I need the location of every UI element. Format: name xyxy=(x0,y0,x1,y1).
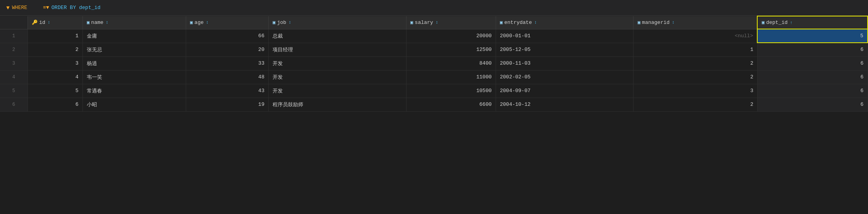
col-header-job[interactable]: ▣ job ↕ xyxy=(269,16,407,29)
data-table: 🔑 id ↕ ▣ name ↕ ▣ age ↕ xyxy=(0,16,868,112)
cell-deptid: 6 xyxy=(757,56,868,70)
cell-age: 33 xyxy=(186,56,268,70)
entrydate-sort-icon[interactable]: ↕ xyxy=(534,20,537,25)
job-sort-icon[interactable]: ↕ xyxy=(289,20,291,25)
cell-id: 3 xyxy=(27,56,82,70)
cell-age: 20 xyxy=(186,43,268,56)
row-number: 4 xyxy=(0,70,27,84)
cell-managerid: 2 xyxy=(634,70,758,84)
cell-name: 常遇春 xyxy=(82,84,186,98)
cell-deptid: 5 xyxy=(757,29,868,43)
name-col-icon: ▣ xyxy=(87,20,90,25)
cell-job: 开发 xyxy=(269,70,407,84)
col-header-rownum xyxy=(0,16,27,29)
cell-entrydate: 2004-09-07 xyxy=(496,84,634,98)
cell-salary: 6600 xyxy=(406,98,496,111)
cell-age: 66 xyxy=(186,29,268,43)
cell-deptid: 6 xyxy=(757,43,868,56)
cell-salary: 12500 xyxy=(406,43,496,56)
table-row[interactable]: 22张无忌20项目经理125002005-12-0516 xyxy=(0,43,868,56)
cell-name: 张无忌 xyxy=(82,43,186,56)
table-row[interactable]: 55常遇春43开发105002004-09-0736 xyxy=(0,84,868,98)
name-sort-icon[interactable]: ↕ xyxy=(106,20,108,25)
col-job-label: job xyxy=(277,20,286,25)
orderby-clause: ≡▼ ORDER BY dept_id xyxy=(43,5,100,11)
cell-name: 金庸 xyxy=(82,29,186,43)
cell-age: 48 xyxy=(186,70,268,84)
toolbar: ▼ WHERE ≡▼ ORDER BY dept_id xyxy=(0,0,868,16)
cell-id: 2 xyxy=(27,43,82,56)
age-sort-icon[interactable]: ↕ xyxy=(206,20,209,25)
salary-sort-icon[interactable]: ↕ xyxy=(436,20,438,25)
cell-job: 程序员鼓励师 xyxy=(269,98,407,111)
id-sort-icon[interactable]: ↕ xyxy=(48,20,50,25)
cell-deptid: 6 xyxy=(757,98,868,111)
where-keyword: WHERE xyxy=(12,5,27,11)
managerid-sort-icon[interactable]: ↕ xyxy=(672,20,675,25)
col-age-label: age xyxy=(194,20,203,25)
cell-age: 19 xyxy=(186,98,268,111)
col-entrydate-label: entrydate xyxy=(504,20,532,25)
table-row[interactable]: 44韦一笑48开发110002002-02-0526 xyxy=(0,70,868,84)
cell-entrydate: 2000-01-01 xyxy=(496,29,634,43)
col-header-entrydate[interactable]: ▣ entrydate ↕ xyxy=(496,16,634,29)
where-clause: ▼ WHERE xyxy=(6,5,27,11)
cell-managerid: 2 xyxy=(634,56,758,70)
cell-deptid: 6 xyxy=(757,84,868,98)
table-header-row: 🔑 id ↕ ▣ name ↕ ▣ age ↕ xyxy=(0,16,868,29)
job-col-icon: ▣ xyxy=(273,20,275,25)
cell-entrydate: 2004-10-12 xyxy=(496,98,634,111)
table-row[interactable]: 33杨逍33开发84002000-11-0326 xyxy=(0,56,868,70)
cell-salary: 11000 xyxy=(406,70,496,84)
cell-salary: 20000 xyxy=(406,29,496,43)
managerid-col-icon: ▣ xyxy=(637,20,640,25)
col-salary-label: salary xyxy=(415,20,433,25)
deptid-sort-icon[interactable]: ↑ xyxy=(790,20,793,25)
age-col-icon: ▣ xyxy=(190,20,193,25)
row-number: 2 xyxy=(0,43,27,56)
col-name-label: name xyxy=(91,20,103,25)
cell-deptid: 6 xyxy=(757,70,868,84)
cell-job: 项目经理 xyxy=(269,43,407,56)
cell-job: 开发 xyxy=(269,56,407,70)
cell-id: 1 xyxy=(27,29,82,43)
cell-managerid: <null> xyxy=(634,29,758,43)
row-number: 1 xyxy=(0,29,27,43)
id-col-icon: 🔑 xyxy=(32,20,38,25)
col-header-name[interactable]: ▣ name ↕ xyxy=(82,16,186,29)
row-number: 5 xyxy=(0,84,27,98)
table-row[interactable]: 66小昭19程序员鼓励师66002004-10-1226 xyxy=(0,98,868,111)
cell-managerid: 3 xyxy=(634,84,758,98)
table-container: 🔑 id ↕ ▣ name ↕ ▣ age ↕ xyxy=(0,16,868,214)
cell-salary: 8400 xyxy=(406,56,496,70)
filter-icon: ▼ xyxy=(6,5,9,11)
col-header-deptid[interactable]: ▣ dept_id ↑ xyxy=(757,16,868,29)
col-header-age[interactable]: ▣ age ↕ xyxy=(186,16,268,29)
cell-id: 4 xyxy=(27,70,82,84)
cell-managerid: 2 xyxy=(634,98,758,111)
cell-name: 小昭 xyxy=(82,98,186,111)
cell-managerid: 1 xyxy=(634,43,758,56)
cell-job: 开发 xyxy=(269,84,407,98)
cell-job: 总裁 xyxy=(269,29,407,43)
cell-name: 韦一笑 xyxy=(82,70,186,84)
row-number: 3 xyxy=(0,56,27,70)
salary-col-icon: ▣ xyxy=(410,20,413,25)
table-row[interactable]: 11金庸66总裁200002000-01-01<null>5 xyxy=(0,29,868,43)
cell-id: 6 xyxy=(27,98,82,111)
col-managerid-label: managerid xyxy=(642,20,670,25)
row-number: 6 xyxy=(0,98,27,111)
col-header-managerid[interactable]: ▣ managerid ↕ xyxy=(634,16,758,29)
col-header-id[interactable]: 🔑 id ↕ xyxy=(27,16,82,29)
cell-entrydate: 2000-11-03 xyxy=(496,56,634,70)
col-header-salary[interactable]: ▣ salary ↕ xyxy=(406,16,496,29)
orderby-icon: ≡▼ xyxy=(43,5,49,11)
cell-salary: 10500 xyxy=(406,84,496,98)
col-deptid-label: dept_id xyxy=(766,20,788,25)
cell-entrydate: 2005-12-05 xyxy=(496,43,634,56)
entrydate-col-icon: ▣ xyxy=(500,20,503,25)
cell-entrydate: 2002-02-05 xyxy=(496,70,634,84)
deptid-col-icon: ▣ xyxy=(762,20,764,25)
cell-age: 43 xyxy=(186,84,268,98)
table-body: 11金庸66总裁200002000-01-01<null>522张无忌20项目经… xyxy=(0,29,868,111)
